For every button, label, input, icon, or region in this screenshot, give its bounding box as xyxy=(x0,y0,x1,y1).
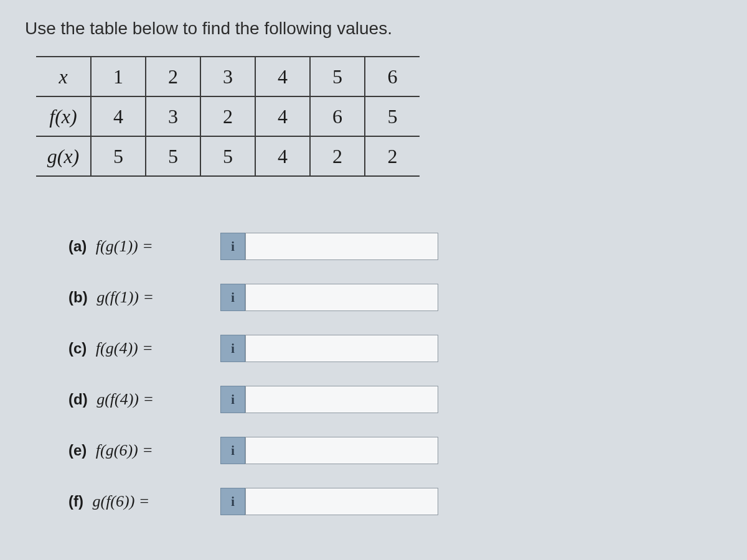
cell: 4 xyxy=(255,136,310,176)
question-a: (a) f(g(1)) = i xyxy=(68,233,722,260)
question-expression: g(f(1)) = xyxy=(96,288,154,306)
question-label: (e) f(g(6)) = xyxy=(68,441,205,460)
info-icon[interactable]: i xyxy=(220,386,245,413)
question-letter: (a) xyxy=(68,238,87,254)
answer-input-f[interactable] xyxy=(245,488,438,515)
instruction-text: Use the table below to find the followin… xyxy=(25,19,722,39)
answer-input-b[interactable] xyxy=(245,284,438,311)
cell: 2 xyxy=(310,136,365,176)
info-icon[interactable]: i xyxy=(220,335,245,362)
cell: 5 xyxy=(310,57,365,96)
question-label: (c) f(g(4)) = xyxy=(68,339,205,358)
question-expression: g(f(6)) = xyxy=(92,492,149,510)
cell: 4 xyxy=(91,96,146,136)
question-letter: (f) xyxy=(68,493,83,510)
question-letter: (b) xyxy=(68,289,88,306)
cell: 5 xyxy=(146,136,200,176)
cell: 6 xyxy=(310,96,365,136)
cell: 1 xyxy=(91,57,146,96)
answer-input-d[interactable] xyxy=(245,386,438,413)
question-expression: f(g(1)) = xyxy=(96,237,153,255)
info-icon[interactable]: i xyxy=(220,233,245,260)
cell: 3 xyxy=(200,57,255,96)
questions-list: (a) f(g(1)) = i (b) g(f(1)) = i (c) f(g(… xyxy=(68,233,722,515)
question-expression: g(f(4)) = xyxy=(96,390,154,408)
answer-input-a[interactable] xyxy=(245,233,438,260)
cell: 5 xyxy=(91,136,146,176)
table-row-fx: f(x) 4 3 2 4 6 5 xyxy=(36,96,420,136)
table-row-gx: g(x) 5 5 5 4 2 2 xyxy=(36,136,420,176)
cell: 2 xyxy=(146,57,200,96)
info-icon[interactable]: i xyxy=(220,488,245,515)
row-header-fx: f(x) xyxy=(36,96,91,136)
row-header-x: x xyxy=(36,57,91,96)
question-label: (a) f(g(1)) = xyxy=(68,237,205,256)
question-expression: f(g(4)) = xyxy=(96,339,153,357)
question-letter: (e) xyxy=(68,442,87,459)
answer-input-e[interactable] xyxy=(245,437,438,464)
answer-input-c[interactable] xyxy=(245,335,438,362)
info-icon[interactable]: i xyxy=(220,437,245,464)
cell: 5 xyxy=(200,136,255,176)
cell: 5 xyxy=(365,96,420,136)
cell: 2 xyxy=(200,96,255,136)
question-d: (d) g(f(4)) = i xyxy=(68,386,722,413)
question-label: (d) g(f(4)) = xyxy=(68,390,205,409)
question-expression: f(g(6)) = xyxy=(96,441,153,459)
cell: 4 xyxy=(255,96,310,136)
cell: 6 xyxy=(365,57,420,96)
cell: 4 xyxy=(255,57,310,96)
function-table: x 1 2 3 4 5 6 f(x) 4 3 2 4 6 5 g(x) 5 5 … xyxy=(36,56,420,177)
question-b: (b) g(f(1)) = i xyxy=(68,284,722,311)
info-icon[interactable]: i xyxy=(220,284,245,311)
question-letter: (d) xyxy=(68,391,88,408)
question-e: (e) f(g(6)) = i xyxy=(68,437,722,464)
row-header-gx: g(x) xyxy=(36,136,91,176)
question-f: (f) g(f(6)) = i xyxy=(68,488,722,515)
question-letter: (c) xyxy=(68,340,87,357)
cell: 2 xyxy=(365,136,420,176)
question-label: (b) g(f(1)) = xyxy=(68,288,205,307)
question-label: (f) g(f(6)) = xyxy=(68,492,205,511)
cell: 3 xyxy=(146,96,200,136)
question-c: (c) f(g(4)) = i xyxy=(68,335,722,362)
table-row-x: x 1 2 3 4 5 6 xyxy=(36,57,420,96)
